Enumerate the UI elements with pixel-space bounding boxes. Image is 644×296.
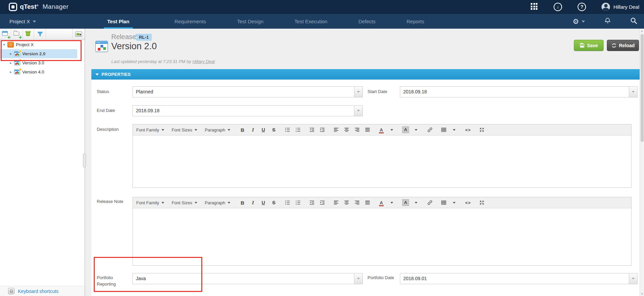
- background-color-caret[interactable]: [413, 126, 419, 134]
- fullscreen-button[interactable]: [478, 199, 485, 206]
- description-text-area[interactable]: [133, 136, 631, 187]
- code-view-button[interactable]: <>: [465, 126, 471, 134]
- outdent-button[interactable]: [309, 126, 315, 134]
- align-justify-button[interactable]: [364, 199, 371, 206]
- apps-grid-icon[interactable]: [531, 3, 538, 10]
- start-date-picker[interactable]: 2018.09.18: [400, 86, 638, 97]
- save-button[interactable]: Save: [574, 40, 604, 51]
- user-name[interactable]: Hillary Deal: [613, 4, 639, 10]
- portfolio-date-value: 2018.09.01: [403, 273, 427, 284]
- code-view-button[interactable]: <>: [465, 199, 471, 206]
- strikethrough-button[interactable]: S: [270, 199, 277, 206]
- tree-item-version-4-0[interactable]: ▸Version 4.0: [0, 67, 85, 77]
- font-sizes-dropdown[interactable]: Font Sizes: [172, 200, 197, 205]
- background-color-button[interactable]: A: [402, 126, 409, 134]
- fullscreen-button[interactable]: [478, 126, 485, 134]
- user-avatar[interactable]: [602, 3, 610, 11]
- scroll-up-arrow-icon[interactable]: ▲: [640, 30, 644, 32]
- download-icon[interactable]: ↓: [554, 3, 562, 11]
- help-icon[interactable]: ?: [578, 3, 586, 11]
- align-center-button[interactable]: [343, 199, 350, 206]
- tab-defects[interactable]: Defects: [355, 14, 379, 29]
- portfolio-reporting-select[interactable]: Java: [133, 273, 363, 284]
- italic-button[interactable]: I: [250, 199, 256, 206]
- end-date-picker[interactable]: 2018.09.18: [133, 105, 363, 116]
- settings-menu[interactable]: ⚙: [573, 18, 585, 25]
- tree-collapse-arrow[interactable]: ▾: [2, 42, 6, 47]
- tree-item-version-2-0[interactable]: ▸Version 2.0: [0, 49, 77, 58]
- outdent-button[interactable]: [309, 199, 315, 206]
- text-color-button[interactable]: A: [378, 199, 385, 206]
- dropdown-arrow-icon[interactable]: [354, 106, 362, 116]
- align-center-button[interactable]: [343, 126, 350, 134]
- align-justify-button[interactable]: [364, 126, 371, 134]
- text-color-caret[interactable]: [388, 199, 395, 206]
- underline-button[interactable]: U: [260, 126, 267, 134]
- font-family-dropdown[interactable]: Font Family: [136, 127, 164, 132]
- tab-test-execution[interactable]: Test Execution: [291, 14, 331, 29]
- release-note-text-area[interactable]: [133, 208, 631, 265]
- tab-reports[interactable]: Reports: [403, 14, 428, 29]
- numbered-list-button[interactable]: 123: [295, 126, 301, 134]
- background-color-caret[interactable]: [413, 199, 419, 206]
- last-updated-user-link[interactable]: Hillary Deal: [193, 59, 215, 64]
- strikethrough-button[interactable]: S: [270, 126, 277, 134]
- tree-item-version-3-0[interactable]: ▸Version 3.0: [0, 58, 85, 67]
- notifications-bell-icon[interactable]: [605, 18, 611, 25]
- table-button[interactable]: [440, 126, 447, 134]
- font-sizes-dropdown[interactable]: Font Sizes: [172, 127, 197, 132]
- tree-expand-arrow[interactable]: ▸: [9, 70, 13, 74]
- reload-button[interactable]: Reload: [607, 40, 639, 51]
- link-button[interactable]: [427, 199, 433, 206]
- table-button[interactable]: [440, 199, 447, 206]
- properties-section-header[interactable]: PROPERTIES: [91, 69, 640, 80]
- scroll-down-arrow-icon[interactable]: ▼: [640, 293, 644, 295]
- bullet-list-button[interactable]: [284, 199, 291, 206]
- text-color-caret[interactable]: [388, 126, 395, 134]
- dropdown-arrow-icon[interactable]: [629, 273, 637, 284]
- status-select[interactable]: Planned: [133, 86, 363, 97]
- qtest-logo[interactable]: qTest® Manager: [9, 3, 68, 11]
- filter-icon[interactable]: [36, 30, 45, 38]
- tree-expand-arrow[interactable]: ▸: [9, 61, 13, 65]
- page-scrollbar[interactable]: ▲ ▼: [640, 29, 644, 296]
- align-left-button[interactable]: [333, 199, 340, 206]
- dropdown-arrow-icon[interactable]: [354, 273, 362, 284]
- add-release-icon[interactable]: +: [1, 30, 10, 38]
- background-color-button[interactable]: A: [402, 199, 409, 206]
- dropdown-arrow-icon[interactable]: [354, 87, 362, 97]
- indent-button[interactable]: [319, 199, 326, 206]
- underline-button[interactable]: U: [260, 199, 267, 206]
- bullet-list-button[interactable]: [284, 126, 291, 134]
- table-caret[interactable]: [451, 199, 458, 206]
- project-selector[interactable]: Project X: [9, 14, 36, 29]
- font-family-dropdown[interactable]: Font Family: [136, 200, 164, 205]
- bold-button[interactable]: B: [239, 199, 246, 206]
- portfolio-date-picker[interactable]: 2018.09.01: [400, 273, 638, 284]
- link-button[interactable]: [427, 126, 433, 134]
- recycle-bin-icon[interactable]: [24, 30, 33, 38]
- dropdown-arrow-icon[interactable]: [629, 87, 637, 97]
- tab-test-plan[interactable]: Test Plan: [104, 14, 133, 29]
- tab-requirements[interactable]: Requirements: [171, 14, 209, 29]
- table-caret[interactable]: [451, 126, 458, 134]
- align-right-button[interactable]: [354, 199, 360, 206]
- sidebar-splitter-handle[interactable]: [83, 153, 86, 168]
- tab-test-design[interactable]: Test Design: [234, 14, 267, 29]
- numbered-list-button[interactable]: 123: [295, 199, 301, 206]
- bold-button[interactable]: B: [239, 126, 246, 134]
- tree-expand-arrow[interactable]: ▸: [9, 52, 13, 56]
- panel-view-icon[interactable]: [75, 30, 83, 38]
- tree-item-project-x[interactable]: ▾⌂Project X: [0, 40, 85, 49]
- text-color-button[interactable]: A: [378, 126, 385, 134]
- align-left-button[interactable]: [333, 126, 340, 134]
- indent-button[interactable]: [319, 126, 326, 134]
- align-right-button[interactable]: [354, 126, 360, 134]
- italic-button[interactable]: I: [250, 126, 256, 134]
- keyboard-shortcuts-link[interactable]: Keyboard shortcuts: [18, 289, 59, 294]
- scrollbar-thumb[interactable]: [641, 34, 644, 142]
- paragraph-dropdown[interactable]: Paragraph: [205, 127, 230, 132]
- add-folder-icon[interactable]: +: [12, 30, 21, 38]
- search-icon[interactable]: [630, 17, 637, 26]
- paragraph-dropdown[interactable]: Paragraph: [205, 200, 230, 205]
